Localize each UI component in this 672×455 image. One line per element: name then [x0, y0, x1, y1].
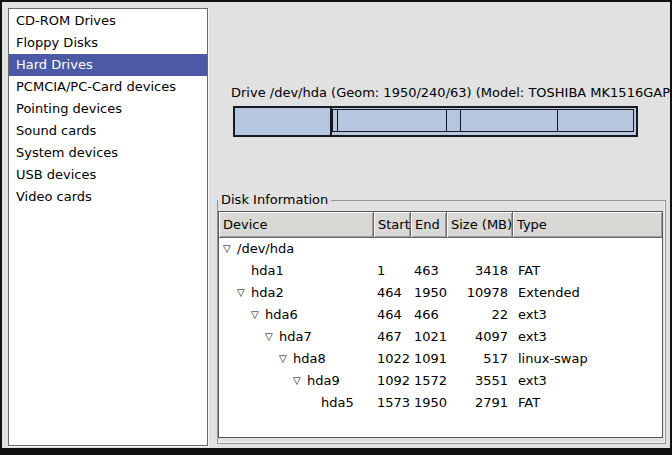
table-row-hda5[interactable]: hda5157319502791FAT [219, 392, 662, 414]
size-cell: 2791 [447, 392, 513, 414]
device-name: hda1 [251, 260, 284, 282]
type-cell [513, 238, 662, 260]
type-cell: ext3 [513, 326, 662, 348]
start-cell [374, 238, 411, 260]
expander-icon[interactable]: ▽ [237, 282, 251, 304]
column-header-device[interactable]: Device [219, 212, 374, 238]
sidebar-item-usb-devices[interactable]: USB devices [9, 164, 207, 186]
device-cell: ▽hda2 [219, 282, 374, 304]
device-cell: ▽hda6 [219, 304, 374, 326]
table-row-hda2[interactable]: ▽hda2464195010978Extended [219, 282, 662, 304]
device-name: hda5 [321, 392, 354, 414]
size-cell [447, 238, 513, 260]
device-name: hda7 [279, 326, 312, 348]
device-name: hda8 [293, 348, 326, 370]
device-category-list[interactable]: CD-ROM DrivesFloppy DisksHard DrivesPCMC… [8, 8, 208, 446]
tree-indent [223, 403, 307, 404]
type-cell: FAT [513, 260, 662, 282]
logical-partition-divider [337, 110, 338, 131]
sidebar-item-floppy-disks[interactable]: Floppy Disks [9, 32, 207, 54]
start-cell: 464 [374, 304, 411, 326]
start-cell: 1092 [374, 370, 411, 392]
device-name: /dev/hda [237, 238, 294, 260]
device-cell: hda1 [219, 260, 374, 282]
column-header-end[interactable]: End [411, 212, 447, 238]
device-cell: ▽hda7 [219, 326, 374, 348]
table-header: Device Start End Size (MB) Type [219, 212, 662, 238]
size-cell: 517 [447, 348, 513, 370]
tree-indent [223, 337, 265, 338]
table-row-dev-hda[interactable]: ▽/dev/hda [219, 238, 662, 260]
end-cell: 1021 [411, 326, 447, 348]
end-cell: 1091 [411, 348, 447, 370]
table-row-hda6[interactable]: ▽hda646446622ext3 [219, 304, 662, 326]
extended-partition-box [332, 109, 634, 132]
end-cell: 1950 [411, 282, 447, 304]
logical-partition-divider [446, 110, 447, 131]
table-body: ▽/dev/hdahda114633418FAT▽hda246419501097… [219, 238, 662, 414]
start-cell: 1 [374, 260, 411, 282]
expander-icon[interactable]: ▽ [251, 304, 265, 326]
size-cell: 4097 [447, 326, 513, 348]
expander-icon[interactable]: ▽ [279, 348, 293, 370]
size-cell: 3551 [447, 370, 513, 392]
sidebar-item-video-cards[interactable]: Video cards [9, 186, 207, 208]
partition-bar [233, 106, 638, 137]
start-cell: 1573 [374, 392, 411, 414]
table-row-hda1[interactable]: hda114633418FAT [219, 260, 662, 282]
start-cell: 464 [374, 282, 411, 304]
start-cell: 467 [374, 326, 411, 348]
size-cell: 3418 [447, 260, 513, 282]
type-cell: linux-swap [513, 348, 662, 370]
sidebar-item-pointing-devices[interactable]: Pointing devices [9, 98, 207, 120]
sidebar-item-sound-cards[interactable]: Sound cards [9, 120, 207, 142]
device-cell: ▽hda8 [219, 348, 374, 370]
end-cell: 1572 [411, 370, 447, 392]
column-header-size[interactable]: Size (MB) [447, 212, 513, 238]
sidebar-item-pcmcia-pc-card-devices[interactable]: PCMCIA/PC-Card devices [9, 76, 207, 98]
expander-icon[interactable]: ▽ [293, 370, 307, 392]
tree-indent [223, 271, 237, 272]
column-header-type[interactable]: Type [513, 212, 662, 238]
tree-indent [223, 381, 293, 382]
start-cell: 1022 [374, 348, 411, 370]
sidebar-item-hard-drives[interactable]: Hard Drives [9, 54, 207, 76]
expander-icon[interactable]: ▽ [265, 326, 279, 348]
device-cell: ▽/dev/hda [219, 238, 374, 260]
type-cell: Extended [513, 282, 662, 304]
type-cell: ext3 [513, 304, 662, 326]
table-row-hda8[interactable]: ▽hda810221091517linux-swap [219, 348, 662, 370]
tree-indent [223, 359, 279, 360]
end-cell: 463 [411, 260, 447, 282]
sidebar-item-cd-rom-drives[interactable]: CD-ROM Drives [9, 10, 207, 32]
device-name: hda9 [307, 370, 340, 392]
disk-information-label: Disk Information [218, 193, 331, 207]
device-name: hda6 [265, 304, 298, 326]
table-row-hda7[interactable]: ▽hda746710214097ext3 [219, 326, 662, 348]
drive-title: Drive /dev/hda (Geom: 1950/240/63) (Mode… [231, 85, 636, 100]
end-cell [411, 238, 447, 260]
size-cell: 10978 [447, 282, 513, 304]
hardware-browser-window: CD-ROM DrivesFloppy DisksHard DrivesPCMC… [0, 0, 672, 455]
expander-icon[interactable]: ▽ [223, 238, 237, 260]
end-cell: 1950 [411, 392, 447, 414]
tree-indent [223, 293, 237, 294]
type-cell: ext3 [513, 370, 662, 392]
logical-partition-divider [557, 110, 558, 131]
end-cell: 466 [411, 304, 447, 326]
size-cell: 22 [447, 304, 513, 326]
type-cell: FAT [513, 392, 662, 414]
device-cell: ▽hda9 [219, 370, 374, 392]
logical-partition-divider [460, 110, 461, 131]
table-row-hda9[interactable]: ▽hda9109215723551ext3 [219, 370, 662, 392]
sidebar-item-system-devices[interactable]: System devices [9, 142, 207, 164]
disk-information-table: Device Start End Size (MB) Type ▽/dev/hd… [218, 211, 663, 438]
column-header-start[interactable]: Start [374, 212, 411, 238]
device-name: hda2 [251, 282, 284, 304]
tree-indent [223, 315, 251, 316]
device-cell: hda5 [219, 392, 374, 414]
